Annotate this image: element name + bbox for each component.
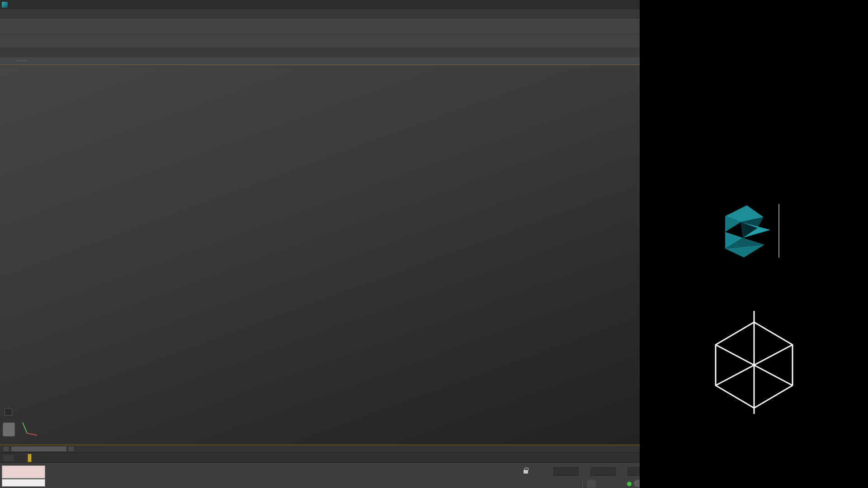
logo-divider	[778, 204, 779, 258]
ribbon-tab-bar	[0, 48, 640, 57]
world-axis-tripod	[19, 418, 40, 438]
wall-model	[20, 66, 542, 439]
status-separator	[582, 480, 583, 487]
time-slider-row	[0, 445, 640, 452]
3dsmax-window	[0, 0, 640, 488]
perspective-viewport[interactable]	[0, 66, 640, 445]
main-toolbar	[0, 19, 640, 34]
time-cursor[interactable]	[28, 454, 32, 462]
lock-icon	[524, 470, 528, 474]
transform-gizmo-icon[interactable]	[509, 467, 519, 476]
coord-z-field[interactable]	[627, 467, 640, 476]
coord-y-field[interactable]	[590, 467, 616, 476]
3d-scene[interactable]	[20, 66, 640, 440]
viewport-expand-button[interactable]	[5, 408, 12, 416]
maxscript-mini-label	[2, 479, 45, 487]
3dsmax-logo-icon	[722, 203, 772, 258]
3dsmax-app-icon	[2, 2, 8, 8]
3d-easy-studio-logo	[711, 311, 797, 414]
screenshot-root	[0, 0, 868, 488]
brush-preset-toolbar	[0, 34, 640, 48]
autodesk-logo-block	[640, 203, 868, 258]
previous-frame-button[interactable]	[3, 446, 9, 452]
curve-view-toggle-icon[interactable]	[3, 454, 14, 462]
polygon-modeling-panel[interactable]	[17, 60, 27, 61]
degradation-value-pill[interactable]	[634, 480, 640, 487]
next-frame-button[interactable]	[68, 446, 75, 452]
selection-lock-icon[interactable]	[521, 467, 531, 476]
branding-sidebar	[640, 0, 868, 488]
adaptive-degradation-icon[interactable]	[587, 479, 596, 488]
menubar	[0, 9, 640, 19]
maxscript-mini-listener[interactable]	[2, 465, 45, 479]
time-slider[interactable]	[11, 446, 67, 452]
enabled-status-dot	[627, 482, 632, 486]
viewport-corner-widget[interactable]	[3, 422, 15, 436]
absolute-mode-icon[interactable]	[533, 467, 542, 476]
status-bar	[0, 463, 640, 488]
coord-x-field[interactable]	[553, 467, 579, 476]
titlebar	[0, 0, 640, 9]
track-bar[interactable]	[0, 452, 640, 463]
ribbon-panel-bar	[0, 57, 640, 65]
